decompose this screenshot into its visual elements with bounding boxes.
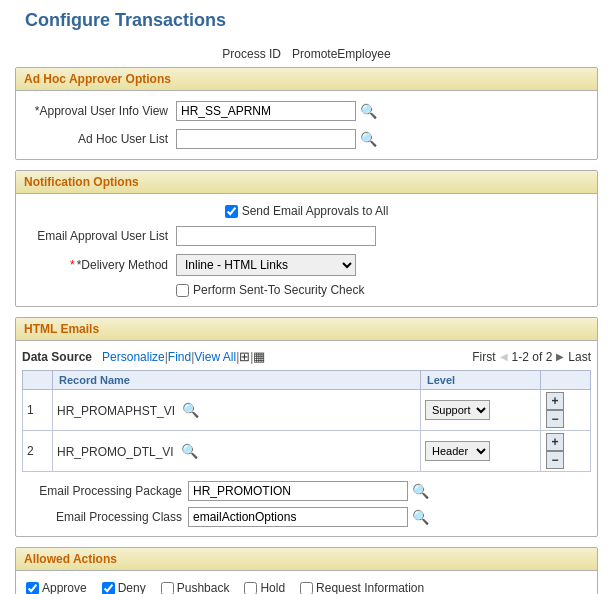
security-check-checkbox[interactable] bbox=[176, 284, 189, 297]
table-row: 1 HR_PROMAPHST_VI 🔍 Support Header Line bbox=[23, 390, 591, 431]
delivery-method-label: *Delivery Method bbox=[26, 258, 176, 272]
send-email-checkbox[interactable] bbox=[225, 205, 238, 218]
row1-search-btn[interactable]: 🔍 bbox=[180, 402, 201, 418]
deny-label: Deny bbox=[118, 581, 146, 594]
notification-header: Notification Options bbox=[16, 171, 597, 194]
email-pkg-row: Email Processing Package 🔍 bbox=[22, 478, 591, 504]
send-email-label: Send Email Approvals to All bbox=[242, 204, 389, 218]
row2-num: 2 bbox=[23, 431, 53, 472]
email-class-row: Email Processing Class 🔍 bbox=[22, 504, 591, 530]
notification-section: Notification Options Send Email Approval… bbox=[15, 170, 598, 307]
process-id-label: Process ID bbox=[222, 47, 281, 61]
email-user-list-label: Email Approval User List bbox=[26, 229, 176, 243]
datasource-label: Data Source bbox=[22, 350, 92, 364]
process-id-value: PromoteEmployee bbox=[292, 47, 391, 61]
deny-item: Deny bbox=[102, 581, 146, 594]
hold-checkbox[interactable] bbox=[244, 582, 257, 595]
request-info-checkbox[interactable] bbox=[300, 582, 313, 595]
approve-label: Approve bbox=[42, 581, 87, 594]
nav-controls: First ◀ 1-2 of 2 ▶ Last bbox=[472, 350, 591, 364]
security-check-label: Perform Sent-To Security Check bbox=[193, 283, 364, 297]
approve-checkbox[interactable] bbox=[26, 582, 39, 595]
approval-view-input[interactable] bbox=[176, 101, 356, 121]
request-info-label: Request Information bbox=[316, 581, 424, 594]
security-check-row: Perform Sent-To Security Check bbox=[166, 280, 597, 300]
row1-num: 1 bbox=[23, 390, 53, 431]
email-pkg-search-btn[interactable]: 🔍 bbox=[410, 483, 431, 499]
approval-view-search-btn[interactable]: 🔍 bbox=[358, 103, 379, 119]
nav-last-label: Last bbox=[568, 350, 591, 364]
html-emails-section: HTML Emails Data Source Personalize | Fi… bbox=[15, 317, 598, 537]
row2-level: Support Header Line bbox=[421, 431, 541, 472]
approve-item: Approve bbox=[26, 581, 87, 594]
col-level: Level bbox=[421, 371, 541, 390]
datasource-toolbar: Data Source Personalize | Find | View Al… bbox=[22, 347, 591, 366]
html-emails-header: HTML Emails bbox=[16, 318, 597, 341]
adhoc-user-list-input[interactable] bbox=[176, 129, 356, 149]
email-user-list-input[interactable] bbox=[176, 226, 376, 246]
email-class-label: Email Processing Class bbox=[28, 510, 188, 524]
email-user-list-row: Email Approval User List bbox=[16, 222, 597, 250]
approval-view-row: *Approval User Info View 🔍 bbox=[16, 97, 597, 125]
hold-label: Hold bbox=[260, 581, 285, 594]
allowed-checkboxes-row: Approve Deny Pushback Hold Request Infor… bbox=[26, 577, 587, 594]
nav-next-btn[interactable]: ▶ bbox=[555, 351, 565, 362]
nav-paging: 1-2 of 2 bbox=[512, 350, 553, 364]
row1-remove-btn[interactable]: − bbox=[546, 410, 564, 428]
col-record-name: Record Name bbox=[53, 371, 421, 390]
approval-view-label: *Approval User Info View bbox=[26, 104, 176, 118]
allowed-actions-header: Allowed Actions bbox=[16, 548, 597, 571]
row1-level: Support Header Line bbox=[421, 390, 541, 431]
row1-record-name: HR_PROMAPHST_VI 🔍 bbox=[53, 390, 421, 431]
row1-add-btn[interactable]: + bbox=[546, 392, 564, 410]
table-row: 2 HR_PROMO_DTL_VI 🔍 Support Header Line bbox=[23, 431, 591, 472]
email-pkg-label: Email Processing Package bbox=[28, 484, 188, 498]
row1-action-btns: + − bbox=[541, 390, 591, 431]
view-all-link[interactable]: View All bbox=[194, 350, 236, 364]
row2-level-select[interactable]: Support Header Line bbox=[425, 441, 490, 461]
adhoc-header: Ad Hoc Approver Options bbox=[16, 68, 597, 91]
allowed-actions-content: Approve Deny Pushback Hold Request Infor… bbox=[16, 571, 597, 594]
col-actions bbox=[541, 371, 591, 390]
adhoc-section: Ad Hoc Approver Options *Approval User I… bbox=[15, 67, 598, 160]
adhoc-user-list-search-btn[interactable]: 🔍 bbox=[358, 131, 379, 147]
row2-search-btn[interactable]: 🔍 bbox=[179, 443, 200, 459]
process-id-row: Process ID PromoteEmployee bbox=[15, 41, 598, 67]
email-class-search-btn[interactable]: 🔍 bbox=[410, 509, 431, 525]
adhoc-user-list-label: Ad Hoc User List bbox=[26, 132, 176, 146]
email-class-input[interactable] bbox=[188, 507, 408, 527]
pushback-item: Pushback bbox=[161, 581, 230, 594]
row2-add-btn[interactable]: + bbox=[546, 433, 564, 451]
grid-icon[interactable]: ⊞ bbox=[239, 349, 250, 364]
col-num bbox=[23, 371, 53, 390]
nav-prev-btn[interactable]: ◀ bbox=[499, 351, 509, 362]
data-source-table: Record Name Level 1 HR_PROMAPHST_VI 🔍 bbox=[22, 370, 591, 472]
row1-level-select[interactable]: Support Header Line bbox=[425, 400, 490, 420]
personalize-link[interactable]: Personalize bbox=[102, 350, 165, 364]
send-email-row: Send Email Approvals to All bbox=[16, 200, 597, 222]
row2-record-name: HR_PROMO_DTL_VI 🔍 bbox=[53, 431, 421, 472]
pushback-label: Pushback bbox=[177, 581, 230, 594]
request-info-item: Request Information bbox=[300, 581, 424, 594]
row2-remove-btn[interactable]: − bbox=[546, 451, 564, 469]
deny-checkbox[interactable] bbox=[102, 582, 115, 595]
chart-icon[interactable]: ▦ bbox=[253, 349, 265, 364]
hold-item: Hold bbox=[244, 581, 285, 594]
nav-first-label: First bbox=[472, 350, 495, 364]
page-title: Configure Transactions bbox=[15, 10, 598, 31]
delivery-method-select[interactable]: Inline - HTML Links Attachment Plain Tex… bbox=[176, 254, 356, 276]
email-pkg-input[interactable] bbox=[188, 481, 408, 501]
find-link[interactable]: Find bbox=[168, 350, 191, 364]
pushback-checkbox[interactable] bbox=[161, 582, 174, 595]
row2-action-btns: + − bbox=[541, 431, 591, 472]
allowed-actions-section: Allowed Actions Approve Deny Pushback Ho… bbox=[15, 547, 598, 594]
html-emails-content: Data Source Personalize | Find | View Al… bbox=[16, 341, 597, 536]
delivery-method-row: *Delivery Method Inline - HTML Links Att… bbox=[16, 250, 597, 280]
adhoc-user-list-row: Ad Hoc User List 🔍 bbox=[16, 125, 597, 153]
